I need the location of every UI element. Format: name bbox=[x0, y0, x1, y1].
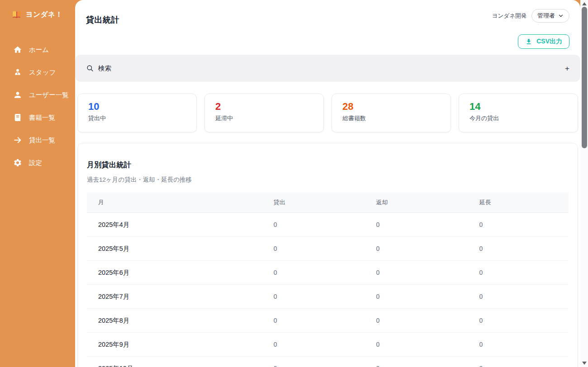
stat-label: 貸出中 bbox=[88, 114, 186, 122]
chevron-down-icon bbox=[558, 13, 564, 19]
app-logo-label: ヨンダネ！ bbox=[26, 10, 62, 19]
sidebar-nav: ホーム スタッフ ユーザー一覧 書籍一覧 貸出一覧 設定 bbox=[0, 38, 75, 174]
stat-value: 28 bbox=[342, 101, 440, 113]
org-label: ヨンダネ開発 bbox=[492, 12, 526, 20]
sidebar-item-users[interactable]: ユーザー一覧 bbox=[0, 84, 75, 106]
cell-loans: 0 bbox=[262, 308, 365, 332]
cell-extensions: 0 bbox=[468, 260, 569, 284]
search-expand-button[interactable]: + bbox=[565, 65, 569, 72]
cell-returns: 0 bbox=[365, 308, 468, 332]
cell-month: 2025年4月 bbox=[87, 212, 262, 236]
cell-loans: 0 bbox=[262, 356, 365, 367]
cell-returns: 0 bbox=[365, 236, 468, 260]
cell-month: 2025年8月 bbox=[87, 308, 262, 332]
monthly-stats-panel: 月別貸出統計 過去12ヶ月の貸出・返却・延長の推移 月 貸出 返却 延長 202… bbox=[77, 143, 578, 367]
stat-card-monthly-loans: 14 今月の貸出 bbox=[459, 94, 578, 132]
stat-label: 総書籍数 bbox=[342, 114, 440, 122]
table-row: 2025年4月 0 0 0 bbox=[87, 212, 569, 236]
stat-card-active-loans: 10 貸出中 bbox=[77, 94, 197, 132]
cell-extensions: 0 bbox=[468, 236, 569, 260]
cell-month: 2025年6月 bbox=[87, 260, 262, 284]
cell-extensions: 0 bbox=[468, 284, 569, 308]
csv-export-button[interactable]: CSV出力 bbox=[518, 34, 569, 49]
scroll-down-arrow-icon[interactable] bbox=[582, 362, 587, 365]
stat-value: 14 bbox=[469, 101, 567, 113]
cell-month: 2025年10月 bbox=[87, 356, 262, 367]
main-content: 貸出統計 ヨンダネ開発 管理者 CSV出力 検索 + 10 貸出中 2 延滞中 … bbox=[75, 0, 580, 367]
sidebar-item-label: 貸出一覧 bbox=[29, 136, 55, 145]
page-header: 貸出統計 ヨンダネ開発 管理者 CSV出力 bbox=[75, 0, 580, 55]
sidebar-item-settings[interactable]: 設定 bbox=[0, 151, 75, 174]
cell-loans: 0 bbox=[262, 260, 365, 284]
user-icon bbox=[13, 90, 22, 99]
cell-returns: 0 bbox=[365, 284, 468, 308]
cell-loans: 0 bbox=[262, 332, 365, 356]
monthly-stats-subtitle: 過去12ヶ月の貸出・返却・延長の推移 bbox=[87, 176, 569, 184]
col-header-extensions: 延長 bbox=[468, 193, 569, 213]
home-icon bbox=[13, 45, 22, 54]
sidebar-item-label: 書籍一覧 bbox=[29, 113, 55, 122]
stat-card-total-books: 28 総書籍数 bbox=[332, 94, 451, 132]
cell-loans: 0 bbox=[262, 284, 365, 308]
csv-export-label: CSV出力 bbox=[536, 38, 562, 46]
col-header-month: 月 bbox=[87, 193, 262, 213]
gear-icon bbox=[13, 158, 22, 167]
monthly-stats-title: 月別貸出統計 bbox=[87, 160, 569, 170]
scroll-up-arrow-icon[interactable] bbox=[582, 2, 587, 5]
table-row: 2025年9月 0 0 0 bbox=[87, 332, 569, 356]
book-icon bbox=[13, 113, 22, 122]
staff-icon bbox=[13, 68, 22, 77]
cell-month: 2025年5月 bbox=[87, 236, 262, 260]
cell-returns: 0 bbox=[365, 356, 468, 367]
download-icon bbox=[525, 38, 532, 45]
table-body: 2025年4月 0 0 0 2025年5月 0 0 0 2025年6月 0 0 … bbox=[87, 212, 569, 367]
sidebar-item-label: ユーザー一覧 bbox=[29, 91, 69, 99]
scrollbar-thumb[interactable] bbox=[582, 7, 587, 148]
sidebar-item-label: 設定 bbox=[29, 159, 42, 167]
stat-value: 10 bbox=[88, 101, 186, 113]
cell-extensions: 0 bbox=[468, 332, 569, 356]
role-selector[interactable]: 管理者 bbox=[531, 9, 569, 23]
sidebar-item-home[interactable]: ホーム bbox=[0, 38, 75, 61]
cell-extensions: 0 bbox=[468, 356, 569, 367]
cell-loans: 0 bbox=[262, 212, 365, 236]
cell-loans: 0 bbox=[262, 236, 365, 260]
cell-returns: 0 bbox=[365, 260, 468, 284]
cell-extensions: 0 bbox=[468, 308, 569, 332]
account-area: ヨンダネ開発 管理者 bbox=[492, 9, 569, 23]
open-book-logo-icon bbox=[12, 9, 22, 19]
vertical-scrollbar[interactable] bbox=[580, 0, 588, 367]
sidebar-item-label: ホーム bbox=[29, 46, 49, 54]
col-header-returns: 返却 bbox=[365, 193, 468, 213]
sidebar-item-loans[interactable]: 貸出一覧 bbox=[0, 129, 75, 151]
arrow-right-icon bbox=[13, 136, 22, 145]
stat-label: 延滞中 bbox=[215, 114, 313, 122]
app-logo[interactable]: ヨンダネ！ bbox=[0, 0, 75, 19]
cell-extensions: 0 bbox=[468, 212, 569, 236]
sidebar-item-staff[interactable]: スタッフ bbox=[0, 61, 75, 84]
cell-returns: 0 bbox=[365, 332, 468, 356]
table-row: 2025年8月 0 0 0 bbox=[87, 308, 569, 332]
search-bar[interactable]: 検索 + bbox=[75, 55, 580, 82]
cell-month: 2025年9月 bbox=[87, 332, 262, 356]
table-row: 2025年6月 0 0 0 bbox=[87, 260, 569, 284]
cell-month: 2025年7月 bbox=[87, 284, 262, 308]
table-row: 2025年5月 0 0 0 bbox=[87, 236, 569, 260]
table-header-row: 月 貸出 返却 延長 bbox=[87, 193, 569, 213]
monthly-stats-table: 月 貸出 返却 延長 2025年4月 0 0 0 2025年5月 0 0 0 2… bbox=[87, 193, 569, 367]
role-selector-value: 管理者 bbox=[537, 12, 555, 20]
page-title: 貸出統計 bbox=[86, 14, 119, 25]
cell-returns: 0 bbox=[365, 212, 468, 236]
sidebar-item-label: スタッフ bbox=[29, 68, 56, 77]
stat-card-overdue: 2 延滞中 bbox=[204, 94, 324, 132]
table-row: 2025年10月 0 0 0 bbox=[87, 356, 569, 367]
stats-card-row: 10 貸出中 2 延滞中 28 総書籍数 14 今月の貸出 bbox=[77, 94, 578, 132]
table-row: 2025年7月 0 0 0 bbox=[87, 284, 569, 308]
col-header-loans: 貸出 bbox=[262, 193, 365, 213]
search-label: 検索 bbox=[98, 64, 111, 73]
sidebar-item-books[interactable]: 書籍一覧 bbox=[0, 106, 75, 129]
search-icon bbox=[86, 64, 94, 72]
sidebar: ヨンダネ！ ホーム スタッフ ユーザー一覧 書籍一覧 貸出一覧 設定 bbox=[0, 0, 75, 367]
stat-value: 2 bbox=[215, 101, 313, 113]
stat-label: 今月の貸出 bbox=[469, 114, 567, 122]
